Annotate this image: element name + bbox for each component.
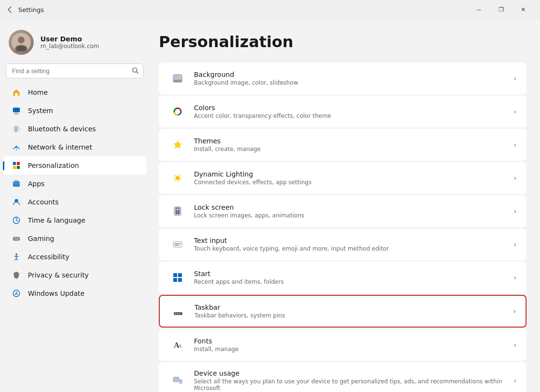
nav-item-update[interactable]: Windows Update <box>3 284 146 303</box>
home-icon <box>12 88 21 97</box>
settings-item-device-usage[interactable]: Device usage Select all the ways you pla… <box>159 362 527 392</box>
nav-label-system: System <box>28 107 53 114</box>
svg-line-48 <box>175 180 176 181</box>
nav-label-apps: Apps <box>28 180 45 188</box>
nav-label-personalization: Personalization <box>28 162 79 169</box>
settings-title-background: Background <box>194 71 506 78</box>
accessibility-icon <box>12 252 21 262</box>
settings-text-device-usage: Device usage Select all the ways you pla… <box>194 369 506 392</box>
network-icon <box>12 142 21 152</box>
settings-title-text-input: Text input <box>194 237 506 244</box>
nav-item-privacy[interactable]: Privacy & security <box>3 266 146 284</box>
nav-item-accessibility[interactable]: Accessibility <box>3 248 146 266</box>
chevron-right-icon: › <box>513 307 516 315</box>
svg-rect-56 <box>178 273 182 277</box>
nav-item-network[interactable]: Network & internet <box>3 138 146 156</box>
bluetooth-icon: ᛒ <box>12 124 21 134</box>
nav-item-personalization[interactable]: Personalization <box>3 156 146 175</box>
settings-item-start[interactable]: Start Recent apps and items, folders › <box>159 262 527 293</box>
svg-rect-16 <box>17 166 20 169</box>
svg-point-51 <box>177 212 178 213</box>
settings-subtitle-taskbar: Taskbar behaviors, system pins <box>194 312 505 319</box>
close-button[interactable]: ✕ <box>512 2 534 17</box>
nav-item-bluetooth[interactable]: ᛒ Bluetooth & devices <box>3 120 146 138</box>
settings-item-fonts[interactable]: AA Fonts Install, manage › <box>159 329 527 361</box>
time-icon <box>12 215 21 225</box>
nav-label-gaming: Gaming <box>28 235 54 242</box>
svg-rect-8 <box>14 113 18 114</box>
search-input[interactable] <box>6 63 143 78</box>
settings-title-dynamic-lighting: Dynamic Lighting <box>194 170 506 178</box>
svg-line-46 <box>180 180 180 181</box>
user-profile[interactable]: User Demo m_lab@outlook.com <box>0 25 149 63</box>
svg-rect-24 <box>13 237 20 240</box>
settings-subtitle-device-usage: Select all the ways you plan to use your… <box>194 378 506 392</box>
settings-item-colors[interactable]: Colors Accent color, transparency effect… <box>159 96 527 127</box>
nav-item-apps[interactable]: Apps <box>3 175 146 193</box>
svg-line-33 <box>16 259 18 261</box>
svg-point-12 <box>16 149 17 150</box>
settings-title-taskbar: Taskbar <box>194 303 505 311</box>
apps-icon <box>12 179 21 189</box>
settings-item-taskbar[interactable]: Taskbar Taskbar behaviors, system pins › <box>159 295 527 328</box>
nav-label-accounts: Accounts <box>28 198 59 206</box>
settings-title-start: Start <box>194 270 506 278</box>
minimize-button[interactable]: ─ <box>468 2 490 17</box>
colors-icon <box>169 103 186 120</box>
nav-item-gaming[interactable]: Gaming <box>3 229 146 248</box>
svg-rect-54 <box>175 245 179 246</box>
search-icon <box>132 67 139 75</box>
settings-item-themes[interactable]: Themes Install, create, manage › <box>159 129 527 161</box>
accounts-icon <box>12 197 21 207</box>
dynamic-lighting-icon <box>169 169 186 187</box>
lock-screen-icon <box>169 202 186 220</box>
settings-title-lock-screen: Lock screen <box>194 203 506 211</box>
maximize-button[interactable]: ❐ <box>490 2 512 17</box>
svg-rect-65 <box>173 377 179 382</box>
settings-item-background[interactable]: Background Background image, color, slid… <box>159 63 527 94</box>
window-title: Settings <box>18 6 44 13</box>
back-icon[interactable] <box>6 6 13 13</box>
svg-point-34 <box>13 290 20 297</box>
nav-label-network: Network & internet <box>28 143 92 151</box>
nav-item-system[interactable]: System <box>3 101 146 120</box>
nav-item-time[interactable]: Time & language <box>3 211 146 229</box>
nav-list: Home System ᛒ Bluetooth & devices Networ… <box>0 83 149 303</box>
settings-text-colors: Colors Accent color, transparency effect… <box>194 104 506 119</box>
settings-title-device-usage: Device usage <box>194 369 506 377</box>
chevron-right-icon: › <box>514 207 516 215</box>
nav-label-bluetooth: Bluetooth & devices <box>28 125 96 133</box>
settings-item-text-input[interactable]: Text input Touch keyboard, voice typing,… <box>159 228 527 260</box>
chevron-right-icon: › <box>514 174 516 182</box>
nav-item-accounts[interactable]: Accounts <box>3 193 146 211</box>
settings-item-dynamic-lighting[interactable]: Dynamic Lighting Connected devices, effe… <box>159 162 527 194</box>
svg-rect-3 <box>16 46 26 51</box>
fonts-icon: AA <box>169 336 186 354</box>
svg-rect-6 <box>15 93 17 96</box>
user-email: m_lab@outlook.com <box>40 43 99 50</box>
nav-label-accessibility: Accessibility <box>28 253 69 261</box>
nav-label-time: Time & language <box>28 216 85 224</box>
svg-rect-52 <box>173 241 182 247</box>
settings-subtitle-text-input: Touch keyboard, voice typing, emoji and … <box>194 245 506 252</box>
svg-point-29 <box>15 253 17 255</box>
svg-rect-55 <box>173 273 177 277</box>
nav-label-update: Windows Update <box>28 290 85 297</box>
settings-subtitle-lock-screen: Lock screen images, apps, animations <box>194 212 506 219</box>
svg-rect-18 <box>14 180 19 182</box>
settings-item-lock-screen[interactable]: Lock screen Lock screen images, apps, an… <box>159 195 527 227</box>
chevron-right-icon: › <box>514 75 516 82</box>
settings-text-lock-screen: Lock screen Lock screen images, apps, an… <box>194 203 506 219</box>
settings-subtitle-themes: Install, create, manage <box>194 146 506 152</box>
chevron-right-icon: › <box>514 108 516 115</box>
nav-item-home[interactable]: Home <box>3 83 146 101</box>
svg-rect-15 <box>13 166 16 169</box>
main-content: Personalization Background Background im… <box>149 19 540 392</box>
svg-line-47 <box>180 175 180 176</box>
svg-text:A: A <box>178 343 182 349</box>
page-title: Personalization <box>159 33 527 51</box>
titlebar-controls: ─ ❐ ✕ <box>468 2 534 17</box>
svg-line-45 <box>175 175 176 176</box>
titlebar: Settings ─ ❐ ✕ <box>0 0 540 19</box>
settings-text-themes: Themes Install, create, manage <box>194 137 506 152</box>
